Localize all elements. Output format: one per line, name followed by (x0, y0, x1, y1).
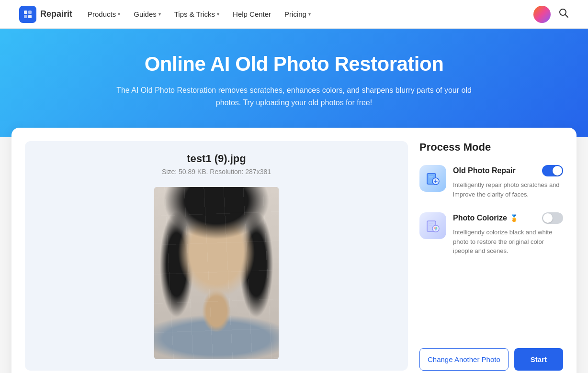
nav-item-guides[interactable]: Guides ▾ (134, 10, 161, 18)
logo-icon (19, 6, 36, 23)
photo-colorize-header: Photo Colorize 🏅 (453, 212, 563, 224)
photo-colorize-desc: Intelligendy colorize black and white ph… (453, 228, 563, 256)
photo-colorize-icon (419, 212, 446, 239)
hero-title: Online AI Old Photo Restoration (10, 53, 578, 76)
actions-row: Change Another Photo Start (419, 339, 563, 371)
photo-colorize-content: Photo Colorize 🏅 Intelligendy colorize b… (453, 212, 563, 256)
hero-section: Online AI Old Photo Restoration The AI O… (0, 29, 588, 137)
nav-right (533, 6, 569, 23)
nav-links: Products ▾ Guides ▾ Tips & Tricks ▾ Help… (88, 10, 518, 18)
old-photo-repair-content: Old Photo Repair Intelligently repair ph… (453, 165, 563, 199)
start-button[interactable]: Start (514, 348, 563, 371)
main-card: test1 (9).jpg Size: 50.89 KB. Resolution… (11, 128, 577, 373)
mode-photo-colorize: Photo Colorize 🏅 Intelligendy colorize b… (419, 212, 563, 256)
old-photo-repair-name: Old Photo Repair (453, 166, 516, 175)
svg-rect-3 (28, 15, 32, 18)
left-panel: test1 (9).jpg Size: 50.89 KB. Resolution… (25, 141, 408, 371)
nav-item-tips[interactable]: Tips & Tricks ▾ (174, 10, 219, 18)
svg-line-5 (565, 15, 568, 18)
avatar[interactable] (533, 6, 551, 23)
chevron-down-icon: ▾ (217, 11, 219, 17)
navbar: Repairit Products ▾ Guides ▾ Tips & Tric… (0, 0, 588, 29)
mode-old-photo-repair: Old Photo Repair Intelligently repair ph… (419, 165, 563, 199)
photo-colorize-name: Photo Colorize 🏅 (453, 214, 518, 222)
svg-rect-0 (24, 11, 27, 14)
photo-image (154, 187, 279, 359)
old-photo-repair-header: Old Photo Repair (453, 165, 563, 176)
photo-colorize-toggle[interactable] (542, 212, 563, 224)
chevron-down-icon: ▾ (308, 11, 311, 17)
logo[interactable]: Repairit (19, 6, 72, 23)
nav-item-pricing[interactable]: Pricing ▾ (284, 10, 311, 18)
pro-badge: 🏅 (510, 214, 518, 222)
chevron-down-icon: ▾ (118, 11, 120, 17)
file-meta: Size: 50.89 KB. Resolution: 287x381 (162, 168, 271, 176)
chevron-down-icon: ▾ (158, 11, 161, 17)
svg-rect-1 (28, 11, 32, 14)
hero-subtitle: The AI Old Photo Restoration removes scr… (107, 84, 481, 109)
photo-face-layer (154, 187, 279, 359)
process-mode-title: Process Mode (419, 141, 563, 154)
photo-preview (154, 187, 279, 359)
nav-item-products[interactable]: Products ▾ (88, 10, 120, 18)
file-name: test1 (9).jpg (187, 153, 246, 165)
change-photo-button[interactable]: Change Another Photo (419, 348, 509, 371)
svg-rect-2 (24, 15, 27, 18)
svg-point-16 (435, 229, 437, 230)
nav-item-help[interactable]: Help Center (233, 10, 271, 18)
logo-text: Repairit (40, 9, 72, 19)
old-photo-repair-desc: Intelligently repair photo scratches and… (453, 180, 563, 199)
right-panel: Process Mode Old Photo Repair Intelli (419, 141, 563, 371)
old-photo-repair-toggle[interactable] (542, 165, 563, 176)
old-photo-repair-icon (419, 165, 446, 192)
search-icon[interactable] (558, 8, 569, 21)
